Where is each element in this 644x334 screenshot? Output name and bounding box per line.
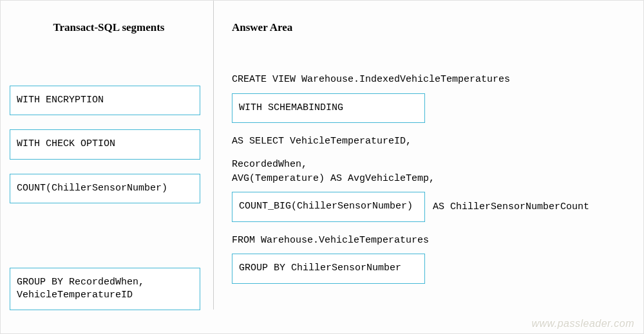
- answer-heading: Answer Area: [232, 21, 630, 34]
- sql-from: FROM Warehouse.VehicleTemperatures: [232, 234, 630, 248]
- watermark: www.passleader.com: [531, 318, 634, 329]
- segments-heading: Transact-SQL segments: [10, 21, 208, 34]
- segment-with-check-option[interactable]: WITH CHECK OPTION: [10, 129, 200, 159]
- sql-as-select: AS SELECT VehicleTemperatureID,: [232, 135, 630, 149]
- sql-as-chillercount: AS ChillerSensorNumberCount: [433, 200, 589, 214]
- main-container: Transact-SQL segments WITH ENCRYPTION WI…: [1, 1, 643, 333]
- drop-slot-group-by[interactable]: GROUP BY ChillerSensorNumber: [232, 254, 425, 283]
- sql-recordedwhen-avg: RecordedWhen, AVG(Temperature) AS AvgVeh…: [232, 158, 630, 186]
- segments-column: Transact-SQL segments WITH ENCRYPTION WI…: [7, 14, 213, 327]
- drop-slot-count-big[interactable]: COUNT_BIG(ChillerSensorNumber): [232, 192, 425, 221]
- segment-with-encryption[interactable]: WITH ENCRYPTION: [10, 86, 200, 115]
- segment-group-by-recordedwhen[interactable]: GROUP BY RecordedWhen, VehicleTemperatur…: [10, 268, 200, 311]
- segment-count-chiller[interactable]: COUNT(ChillerSensorNumber): [10, 174, 200, 203]
- answer-column: Answer Area CREATE VIEW Warehouse.Indexe…: [214, 14, 637, 327]
- drop-slot-with-schemabinding[interactable]: WITH SCHEMABINDING: [232, 93, 425, 123]
- sql-create-view: CREATE VIEW Warehouse.IndexedVehicleTemp…: [232, 73, 630, 87]
